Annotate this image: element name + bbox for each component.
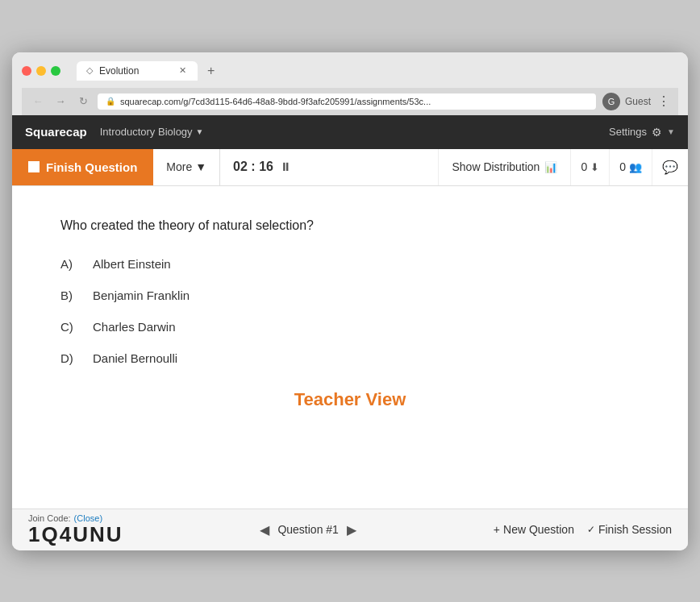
student-count-value: 0 bbox=[619, 160, 626, 173]
show-distribution-label: Show Distribution bbox=[452, 160, 540, 173]
address-input[interactable]: 🔒 squarecap.com/g/7cd3d115-64d6-48a8-9bd… bbox=[98, 93, 596, 110]
tab-bar: ◇ Evolution ✕ + bbox=[77, 60, 678, 81]
join-code-label-row: Join Code: (Close) bbox=[28, 513, 102, 523]
tab-title: Evolution bbox=[99, 65, 139, 77]
settings-label: Settings bbox=[609, 126, 647, 138]
finish-session-label: Finish Session bbox=[598, 523, 672, 536]
timer-value: 02 : 16 bbox=[233, 160, 273, 174]
answer-option-a: A) Albert Einstein bbox=[60, 257, 640, 271]
teacher-view-label: Teacher View bbox=[60, 389, 640, 410]
guest-label: Guest bbox=[625, 96, 651, 107]
new-question-label: New Question bbox=[503, 523, 574, 536]
course-dropdown[interactable]: Introductory Biology ▼ bbox=[100, 126, 204, 138]
tab-favicon-icon: ◇ bbox=[86, 65, 93, 76]
finish-session-button[interactable]: ✓ Finish Session bbox=[587, 523, 672, 536]
show-distribution-button[interactable]: Show Distribution 📊 bbox=[438, 149, 570, 185]
answer-option-d: D) Daniel Bernoulli bbox=[60, 351, 640, 365]
account-area: G Guest bbox=[602, 93, 651, 110]
chat-button[interactable]: 💬 bbox=[652, 149, 688, 185]
students-icon: 👥 bbox=[629, 161, 642, 173]
option-text-d: Daniel Bernoulli bbox=[93, 351, 177, 365]
finish-question-button[interactable]: Finish Question bbox=[12, 149, 153, 185]
more-chevron-icon: ▼ bbox=[195, 160, 206, 173]
student-count-stat: 0 👥 bbox=[609, 149, 652, 185]
app-logo: Squarecap bbox=[25, 125, 87, 139]
browser-menu-button[interactable]: ⋮ bbox=[657, 93, 670, 109]
gear-icon[interactable]: ⚙ bbox=[652, 126, 662, 139]
maximize-window-button[interactable] bbox=[51, 66, 60, 76]
option-letter-b: B) bbox=[60, 289, 77, 302]
tab-close-button[interactable]: ✕ bbox=[177, 65, 188, 77]
browser-controls: ◇ Evolution ✕ + bbox=[22, 60, 678, 81]
join-code-area: Join Code: (Close) 1Q4UNU bbox=[28, 513, 123, 546]
question-label: Question #1 bbox=[277, 523, 339, 536]
account-icon[interactable]: G bbox=[602, 93, 620, 110]
next-question-button[interactable]: ▶ bbox=[347, 522, 356, 538]
main-content: Who created the theory of natural select… bbox=[12, 186, 688, 509]
address-text: squarecap.com/g/7cd3d115-64d6-48a8-9bdd-… bbox=[120, 97, 431, 106]
check-icon: ✓ bbox=[587, 524, 595, 535]
stop-icon bbox=[28, 161, 40, 172]
response-count-value: 0 bbox=[581, 160, 587, 173]
forward-button[interactable]: → bbox=[52, 93, 69, 110]
browser-chrome: ◇ Evolution ✕ + ← → ↻ 🔒 squarecap.com/g/… bbox=[12, 52, 688, 115]
option-letter-d: D) bbox=[60, 351, 77, 365]
option-letter-a: A) bbox=[60, 257, 77, 271]
app-header: Squarecap Introductory Biology ▼ Setting… bbox=[12, 115, 688, 149]
question-text: Who created the theory of natural select… bbox=[60, 218, 640, 233]
finish-question-label: Finish Question bbox=[46, 160, 137, 174]
pause-icon[interactable]: ⏸ bbox=[280, 160, 291, 173]
join-code-close-button[interactable]: (Close) bbox=[74, 513, 102, 523]
reload-button[interactable]: ↻ bbox=[75, 93, 91, 110]
chevron-down-icon: ▼ bbox=[196, 127, 204, 136]
option-text-a: Albert Einstein bbox=[93, 257, 171, 271]
new-question-button[interactable]: + New Question bbox=[494, 523, 574, 536]
bar-chart-icon: 📊 bbox=[544, 161, 557, 173]
option-text-c: Charles Darwin bbox=[93, 320, 176, 334]
more-label: More bbox=[166, 160, 192, 173]
course-name: Introductory Biology bbox=[100, 126, 193, 138]
more-dropdown[interactable]: More ▼ bbox=[153, 149, 220, 185]
join-code-value: 1Q4UNU bbox=[28, 523, 123, 546]
join-code-label: Join Code: bbox=[28, 513, 71, 523]
toolbar: Finish Question More ▼ 02 : 16 ⏸ Show Di… bbox=[12, 149, 688, 186]
prev-question-button[interactable]: ◀ bbox=[260, 522, 269, 538]
plus-icon: + bbox=[494, 523, 500, 536]
new-tab-button[interactable]: + bbox=[201, 60, 221, 81]
browser-window: ◇ Evolution ✕ + ← → ↻ 🔒 squarecap.com/g/… bbox=[12, 52, 688, 550]
download-icon: ⬇ bbox=[590, 161, 599, 173]
address-bar-row: ← → ↻ 🔒 squarecap.com/g/7cd3d115-64d6-48… bbox=[22, 88, 678, 115]
browser-tab[interactable]: ◇ Evolution ✕ bbox=[77, 61, 198, 81]
bottom-bar: Join Code: (Close) 1Q4UNU ◀ Question #1 … bbox=[12, 509, 688, 550]
timer-area: 02 : 16 ⏸ bbox=[220, 160, 304, 174]
chat-icon: 💬 bbox=[662, 160, 678, 175]
response-count-stat: 0 ⬇ bbox=[570, 149, 609, 185]
settings-chevron-icon[interactable]: ▼ bbox=[667, 127, 675, 136]
answer-option-c: C) Charles Darwin bbox=[60, 320, 640, 334]
bottom-actions: + New Question ✓ Finish Session bbox=[494, 523, 672, 536]
minimize-window-button[interactable] bbox=[36, 66, 46, 76]
lock-icon: 🔒 bbox=[106, 97, 115, 106]
app-header-right: Settings ⚙ ▼ bbox=[609, 126, 675, 139]
option-letter-c: C) bbox=[60, 320, 77, 334]
back-button[interactable]: ← bbox=[30, 93, 46, 110]
question-navigation: ◀ Question #1 ▶ bbox=[260, 522, 356, 538]
traffic-lights bbox=[22, 66, 60, 76]
answer-option-b: B) Benjamin Franklin bbox=[60, 289, 640, 302]
option-text-b: Benjamin Franklin bbox=[93, 289, 190, 302]
close-window-button[interactable] bbox=[22, 66, 31, 76]
app-header-left: Squarecap Introductory Biology ▼ bbox=[25, 125, 204, 139]
